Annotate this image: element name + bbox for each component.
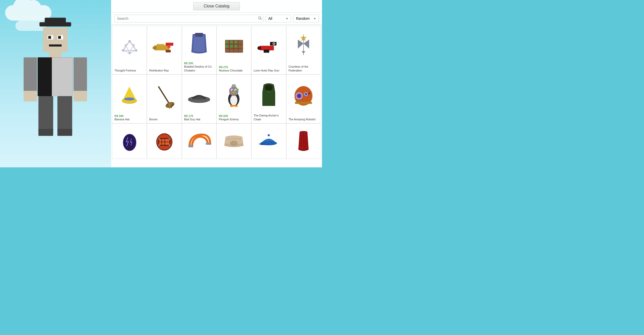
braided-destiny-icon	[187, 32, 211, 57]
svg-rect-16	[38, 129, 53, 136]
item-blue-cap[interactable]	[251, 123, 286, 159]
thought-fortress-icon	[118, 36, 141, 59]
item-image-braided-destiny	[184, 28, 214, 61]
item-penguin-enemy[interactable]: R$ 500 Penguin Enemy	[217, 75, 251, 123]
item-name-noxious-chocolate: Noxious Chocolate	[219, 69, 249, 72]
item-braided-destiny[interactable]: R$ 200 Braided Destiny of Cú Chulainn	[182, 26, 217, 75]
item-price-braided-destiny: R$ 200	[184, 62, 214, 65]
item-love-hurts-ray-gun[interactable]: Love Hurts Ray Gun	[251, 26, 286, 75]
lightning-egg-icon	[121, 130, 139, 153]
item-image-broom	[149, 77, 179, 116]
item-skate-track[interactable]	[182, 123, 217, 159]
item-tan-bandana[interactable]	[217, 123, 251, 159]
item-image-thought-fortress	[114, 28, 145, 68]
item-name-love-hurts-ray-gun: Love Hurts Ray Gun	[254, 69, 284, 72]
broom-icon	[152, 84, 176, 110]
svg-point-62	[258, 47, 260, 49]
svg-point-109	[158, 138, 160, 140]
catalog-grid: Thought Fortress Retributi	[111, 25, 322, 167]
item-amazing-roboto[interactable]: The Amazing Roboto!	[286, 75, 321, 123]
svg-marker-67	[302, 51, 305, 54]
close-catalog-header: Close Catalog	[111, 0, 322, 13]
item-thought-fortress[interactable]: Thought Fortress	[112, 26, 147, 75]
svg-rect-18	[52, 57, 73, 96]
grid-row-1: Thought Fortress Retributi	[112, 26, 321, 75]
search-wrapper	[114, 15, 263, 22]
character-area	[0, 0, 111, 167]
svg-point-82	[232, 92, 235, 94]
svg-rect-85	[229, 89, 231, 90]
svg-point-20	[259, 17, 261, 19]
search-input[interactable]	[114, 15, 263, 22]
item-daring-archers-cloak[interactable]: The Daring Archer's Cloak	[251, 75, 286, 123]
svg-point-87	[230, 105, 234, 107]
svg-rect-7	[45, 17, 66, 25]
svg-rect-41	[166, 50, 171, 52]
category-filter-dropdown[interactable]: All ▼	[265, 15, 291, 22]
item-red-hair[interactable]	[286, 123, 321, 159]
item-lightning-egg[interactable]	[112, 123, 147, 159]
svg-rect-60	[264, 50, 269, 53]
item-name-broom: Broom	[149, 117, 179, 121]
penguin-enemy-icon	[224, 82, 244, 108]
tan-bandana-icon	[223, 132, 245, 151]
roblox-character	[19, 17, 91, 151]
svg-point-119	[268, 134, 270, 136]
svg-rect-4	[58, 36, 61, 39]
search-icon	[258, 16, 262, 20]
item-name-amazing-roboto: The Amazing Roboto!	[289, 117, 319, 121]
item-image-amazing-roboto	[289, 77, 319, 116]
svg-rect-19	[38, 57, 52, 96]
item-broom[interactable]: Broom	[147, 75, 182, 123]
item-image-red-hair	[289, 126, 319, 157]
svg-rect-10	[24, 57, 37, 93]
item-countess-federation[interactable]: Countess of the Federation	[286, 26, 321, 75]
svg-point-70	[124, 97, 135, 101]
close-catalog-button[interactable]: Close Catalog	[193, 2, 240, 10]
item-price-banana-hat: R$ 300	[114, 114, 145, 117]
category-filter-arrow: ▼	[286, 17, 288, 20]
search-icon-button[interactable]	[258, 16, 262, 21]
noxious-chocolate-icon	[222, 36, 246, 57]
item-name-bad-guy-hat: Bad Guy Hat	[184, 117, 214, 121]
item-info-penguin-enemy: R$ 500 Penguin Enemy	[219, 113, 249, 121]
item-image-daring-archers-cloak	[254, 77, 284, 113]
item-image-retribution-ray	[149, 28, 179, 68]
svg-rect-113	[188, 146, 193, 147]
sort-filter-arrow: ▼	[314, 17, 316, 20]
svg-point-53	[230, 41, 233, 43]
countess-federation-icon	[293, 33, 314, 59]
item-info-banana-hat: R$ 300 Banana Hat	[114, 113, 145, 121]
catalog-panel: Close Catalog All ▼ Random ▼	[111, 0, 322, 167]
item-noxious-chocolate[interactable]: R$ 275 Noxious Chocolate	[217, 26, 251, 75]
sort-filter-dropdown[interactable]: Random ▼	[293, 15, 319, 22]
item-image-noxious-chocolate	[219, 28, 249, 65]
svg-rect-12	[24, 91, 37, 101]
item-info-retribution-ray: Retribution Ray	[149, 68, 179, 72]
svg-point-111	[158, 144, 160, 146]
amazing-roboto-icon	[292, 84, 315, 109]
item-bad-guy-hat[interactable]: R$ 175 Bad Guy Hat	[182, 75, 217, 123]
item-image-love-hurts-ray-gun	[254, 28, 284, 68]
svg-rect-14	[38, 96, 53, 131]
svg-point-76	[230, 95, 237, 105]
item-name-daring-archers-cloak: The Daring Archer's Cloak	[254, 114, 284, 121]
svg-point-54	[235, 41, 237, 43]
svg-point-90	[265, 85, 273, 91]
daring-archers-cloak-icon	[258, 82, 279, 108]
svg-rect-40	[166, 43, 173, 46]
item-image-banana-hat	[114, 77, 145, 113]
svg-line-21	[261, 19, 262, 20]
item-retribution-ray[interactable]: Retribution Ray	[147, 26, 182, 75]
svg-rect-89	[262, 92, 275, 106]
svg-rect-42	[153, 47, 157, 49]
item-info-braided-destiny: R$ 200 Braided Destiny of Cú Chulainn	[184, 61, 214, 72]
item-info-thought-fortress: Thought Fortress	[114, 68, 145, 72]
item-lava-diver-helmet[interactable]	[147, 123, 182, 159]
svg-point-88	[234, 105, 238, 107]
item-info-countess-federation: Countess of the Federation	[289, 64, 319, 72]
item-banana-hat[interactable]: R$ 300 Banana Hat	[112, 75, 147, 123]
item-info-broom: Broom	[149, 116, 179, 121]
svg-rect-44	[157, 44, 164, 46]
svg-rect-5	[49, 44, 61, 46]
